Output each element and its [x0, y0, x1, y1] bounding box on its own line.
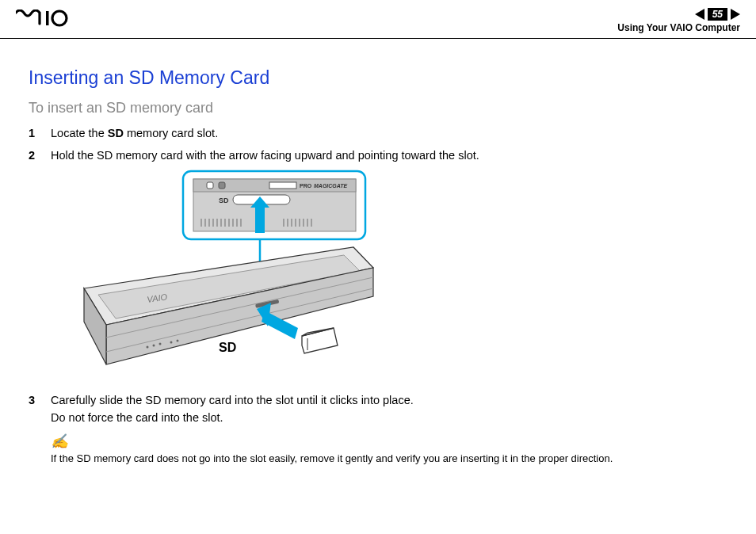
step-1: 1 Locate the SD memory card slot.	[29, 124, 727, 142]
svg-rect-0	[46, 11, 49, 25]
step-number: 2	[29, 147, 51, 164]
note: ✍	[51, 438, 727, 452]
sd-insertion-diagram: PRO MAGICGATE SD	[60, 170, 377, 383]
svg-point-40	[147, 345, 149, 348]
steps-list-continued: 3 Carefully slide the SD memory card int…	[29, 391, 727, 427]
page-number: 55	[708, 8, 727, 21]
prev-page-arrow-icon[interactable]	[695, 9, 704, 20]
step-text: Hold the SD memory card with the arrow f…	[51, 147, 727, 164]
step-text-line2: Do not force the card into the slot.	[51, 411, 223, 424]
note-text: If the SD memory card does not go into t…	[51, 452, 613, 466]
callout-sd-label: SD	[219, 196, 229, 204]
step-number: 3	[29, 391, 51, 409]
header-right: 55 Using Your VAIO Computer	[617, 8, 740, 33]
section-name: Using Your VAIO Computer	[617, 22, 740, 33]
figure-container: PRO MAGICGATE SD	[60, 170, 727, 383]
step-text-suffix: memory card slot.	[124, 127, 218, 139]
note-icon: ✍	[51, 432, 68, 452]
steps-list: 1 Locate the SD memory card slot. 2 Hold…	[29, 124, 727, 165]
svg-point-41	[153, 344, 155, 346]
svg-rect-29	[255, 208, 265, 233]
step-text-prefix: Locate the	[51, 127, 108, 139]
step-text-line1: Carefully slide the SD memory card into …	[51, 394, 414, 406]
vaio-logo	[16, 10, 82, 32]
step-2: 2 Hold the SD memory card with the arrow…	[29, 147, 727, 164]
vaio-logo-svg	[16, 10, 82, 27]
svg-point-42	[159, 342, 162, 345]
next-page-arrow-icon[interactable]	[731, 9, 740, 20]
page-header: 55 Using Your VAIO Computer	[0, 0, 756, 39]
step-3: 3 Carefully slide the SD memory card int…	[29, 391, 727, 427]
step-text: Carefully slide the SD memory card into …	[51, 391, 727, 427]
pro-label: PRO	[300, 183, 312, 189]
svg-point-1	[52, 11, 67, 25]
svg-rect-5	[207, 182, 213, 189]
note-text-row: If the SD memory card does not go into t…	[51, 452, 727, 466]
page-title: Inserting an SD Memory Card	[29, 67, 727, 89]
page-subtitle: To insert an SD memory card	[29, 100, 727, 116]
sd-label: SD	[219, 341, 236, 354]
magicgate-label: MAGICGATE	[314, 183, 348, 189]
step-text-bold: SD	[108, 127, 124, 139]
svg-rect-6	[219, 182, 225, 189]
step-text: Locate the SD memory card slot.	[51, 124, 727, 142]
svg-rect-7	[269, 182, 296, 189]
svg-point-44	[177, 339, 179, 341]
page-content: Inserting an SD Memory Card To insert an…	[0, 39, 756, 466]
page-navigator: 55	[695, 8, 740, 21]
svg-point-43	[170, 341, 173, 343]
sd-card-illustration	[302, 328, 338, 353]
step-number: 1	[29, 124, 51, 142]
